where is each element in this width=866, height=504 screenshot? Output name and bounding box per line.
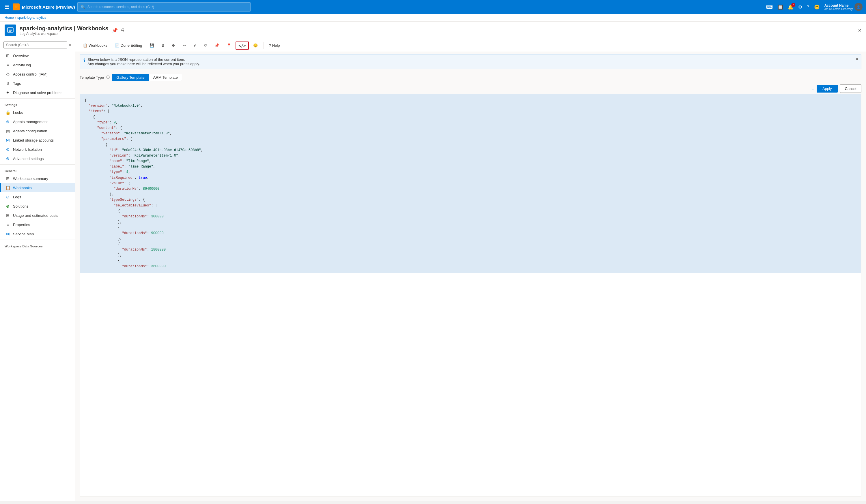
tags-icon: ⚷ [5, 81, 10, 85]
sidebar-item-solutions[interactable]: ⊕ Solutions [0, 202, 75, 211]
sidebar-item-label: Linked storage accounts [13, 138, 54, 142]
toolbar-save-as[interactable]: 💾 [146, 41, 157, 49]
sidebar-item-label: Tags [13, 81, 21, 85]
resource-title: spark-log-analytics | Workbooks [20, 25, 109, 32]
sidebar-section-general: General [0, 166, 75, 174]
hamburger-icon[interactable]: ☰ [3, 3, 10, 11]
json-info-text: Shown below is a JSON representation of … [88, 57, 200, 66]
sidebar-item-locks[interactable]: 🔒 Locks [0, 108, 75, 117]
duplicate-icon: ⧉ [162, 43, 164, 48]
feedback-icon[interactable]: 😊 [814, 4, 820, 10]
json-actions-row: ↓ Apply Cancel [75, 83, 866, 94]
brand-logo: 🔶 Microsoft Azure (Preview) [13, 3, 75, 10]
sidebar-item-diagnose[interactable]: ✦ Diagnose and solve problems [0, 88, 75, 97]
logs-icon: ⊙ [5, 195, 10, 199]
apply-button[interactable]: Apply [817, 85, 838, 93]
topbar-right: ⌨ 🔲 🔔 7 ⚙ ? 😊 Account Name Azure Active … [766, 3, 863, 11]
sidebar-item-label: Usage and estimated costs [13, 213, 58, 218]
breadcrumb-home[interactable]: Home [4, 15, 14, 20]
toolbar-settings[interactable]: ⚙ [169, 41, 178, 49]
access-control-icon: ♺ [5, 72, 10, 77]
info-close-button[interactable]: ✕ [855, 57, 859, 61]
template-type-info-icon[interactable]: ⓘ [106, 75, 110, 80]
search-icon: 🔍 [80, 5, 85, 9]
cancel-button[interactable]: Cancel [840, 84, 862, 93]
sidebar: « ⊞ Overview ≡ Activity log ♺ Access con… [0, 39, 75, 501]
toolbar-edit[interactable]: ✏ [179, 41, 189, 49]
emoji-icon: 😊 [253, 43, 258, 48]
print-icon[interactable]: 🖨 [120, 28, 125, 33]
settings-toolbar-icon: ⚙ [172, 43, 175, 48]
json-code[interactable]: { "version": "Notebook/1.0", "items": [ … [80, 94, 861, 273]
sidebar-item-properties[interactable]: ≡ Properties [0, 220, 75, 229]
help-icon[interactable]: ? [807, 4, 809, 10]
advanced-settings-icon: ⊛ [5, 156, 10, 161]
account-info: Account Name Azure Active Directory [824, 3, 853, 11]
json-info-bar: ℹ Shown below is a JSON representation o… [80, 54, 862, 69]
sidebar-search-input[interactable] [3, 42, 67, 48]
main-layout: « ⊞ Overview ≡ Activity log ♺ Access con… [0, 39, 866, 501]
toolbar-refresh[interactable]: ↺ [201, 41, 210, 49]
toolbar-duplicate[interactable]: ⧉ [158, 41, 167, 50]
breadcrumb-resource[interactable]: spark-log-analytics [17, 15, 46, 20]
sidebar-divider-1 [0, 98, 75, 99]
edit-icon: ✏ [183, 43, 186, 48]
sidebar-item-workspace-summary[interactable]: ⊞ Workspace summary [0, 174, 75, 183]
sidebar-item-linked-storage[interactable]: ⋈ Linked storage accounts [0, 136, 75, 145]
arm-template-btn[interactable]: ARM Template [149, 74, 182, 81]
toolbar-help[interactable]: ? Help [266, 41, 283, 49]
sidebar-item-advanced-settings[interactable]: ⊛ Advanced settings [0, 154, 75, 163]
sidebar-item-network-isolation[interactable]: ⊙ Network Isolation [0, 145, 75, 154]
sidebar-item-service-map[interactable]: ⋈ Service Map [0, 229, 75, 239]
agents-config-icon: ▤ [5, 129, 10, 133]
sidebar-item-agents-management[interactable]: ⊛ Agents management [0, 117, 75, 126]
toolbar-done-editing-label: Done Editing [121, 43, 142, 48]
directory-icon[interactable]: 🔲 [777, 4, 783, 10]
toolbar-pin2[interactable]: 📍 [223, 41, 234, 49]
account-menu[interactable]: Account Name Azure Active Directory 👤 [824, 3, 863, 11]
network-isolation-icon: ⊙ [5, 147, 10, 152]
toolbar-pin[interactable]: 📌 [211, 41, 222, 49]
settings-icon[interactable]: ⚙ [798, 4, 802, 10]
toolbar-done-editing[interactable]: 📄 Done Editing [112, 41, 145, 49]
sidebar-item-tags[interactable]: ⚷ Tags [0, 79, 75, 88]
sidebar-item-label: Access control (IAM) [13, 72, 48, 77]
sidebar-collapse-icon[interactable]: « [69, 42, 71, 48]
download-icon[interactable]: ↓ [812, 85, 814, 92]
sidebar-item-activity-log[interactable]: ≡ Activity log [0, 60, 75, 69]
toolbar-move-down[interactable]: ∨ [190, 41, 199, 49]
agents-mgmt-icon: ⊛ [5, 119, 10, 124]
sidebar-item-overview[interactable]: ⊞ Overview [0, 51, 75, 60]
toolbar-workbooks[interactable]: 📋 Workbooks [80, 41, 111, 49]
json-code-container[interactable]: { "version": "Notebook/1.0", "items": [ … [80, 94, 862, 496]
sidebar-search-container: « [0, 39, 75, 51]
sidebar-item-agents-configuration[interactable]: ▤ Agents configuration [0, 126, 75, 136]
global-search[interactable]: 🔍 Search resources, services, and docs (… [77, 2, 251, 12]
resource-title-group: spark-log-analytics | Workbooks Log Anal… [20, 25, 109, 36]
brand-name: Microsoft Azure (Preview) [22, 4, 75, 10]
sidebar-item-access-control[interactable]: ♺ Access control (IAM) [0, 69, 75, 79]
sidebar-item-label: Workbooks [13, 186, 32, 190]
gallery-template-btn[interactable]: Gallery Template [112, 74, 149, 81]
pin-icon[interactable]: 📌 [112, 28, 118, 33]
resource-actions: 📌 🖨 [112, 28, 125, 33]
info-icon: ℹ [84, 58, 85, 63]
sidebar-item-workbooks[interactable]: 📋 Workbooks [0, 183, 75, 192]
sidebar-item-label: Activity log [13, 63, 31, 67]
toolbar: 📋 Workbooks 📄 Done Editing 💾 ⧉ ⚙ ✏ ∨ [75, 39, 866, 52]
notifications-icon[interactable]: 🔔 7 [788, 4, 793, 10]
resource-close-button[interactable]: × [858, 27, 862, 34]
sidebar-section-settings: Settings [0, 100, 75, 108]
properties-icon: ≡ [5, 222, 10, 227]
account-subscription: Azure Active Directory [824, 8, 853, 11]
workspace-summary-icon: ⊞ [5, 176, 10, 181]
sidebar-item-label: Logs [13, 195, 21, 199]
sidebar-item-usage-costs[interactable]: ⊟ Usage and estimated costs [0, 211, 75, 220]
toolbar-emoji[interactable]: 😊 [250, 41, 261, 49]
activity-log-icon: ≡ [5, 62, 10, 67]
toolbar-code[interactable]: </> [235, 42, 248, 49]
service-map-icon: ⋈ [5, 231, 10, 236]
sidebar-item-logs[interactable]: ⊙ Logs [0, 192, 75, 202]
move-down-icon: ∨ [193, 43, 196, 48]
cloud-shell-icon[interactable]: ⌨ [766, 4, 773, 10]
